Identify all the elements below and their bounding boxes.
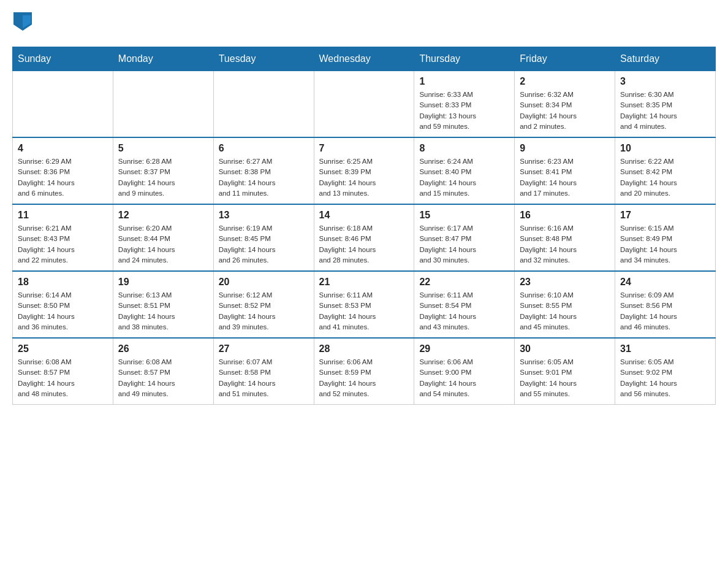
calendar-cell [314,71,414,138]
day-info: Sunrise: 6:19 AM Sunset: 8:45 PM Dayligh… [219,223,309,266]
day-number: 31 [620,343,710,354]
day-number: 5 [118,143,208,154]
day-info: Sunrise: 6:17 AM Sunset: 8:47 PM Dayligh… [419,223,509,266]
day-number: 17 [620,210,710,221]
day-number: 16 [520,210,610,221]
calendar-cell: 8Sunrise: 6:24 AM Sunset: 8:40 PM Daylig… [414,137,515,204]
calendar-cell: 28Sunrise: 6:06 AM Sunset: 8:59 PM Dayli… [314,338,414,405]
day-info: Sunrise: 6:15 AM Sunset: 8:49 PM Dayligh… [620,223,710,266]
calendar-cell: 19Sunrise: 6:13 AM Sunset: 8:51 PM Dayli… [113,271,213,338]
day-info: Sunrise: 6:24 AM Sunset: 8:40 PM Dayligh… [419,156,509,199]
calendar-cell: 7Sunrise: 6:25 AM Sunset: 8:39 PM Daylig… [314,137,414,204]
day-info: Sunrise: 6:25 AM Sunset: 8:39 PM Dayligh… [319,156,409,199]
day-number: 23 [520,277,610,288]
day-info: Sunrise: 6:11 AM Sunset: 8:54 PM Dayligh… [419,290,509,332]
calendar-week-2: 4Sunrise: 6:29 AM Sunset: 8:36 PM Daylig… [13,137,716,204]
day-number: 22 [419,277,509,288]
calendar-cell: 11Sunrise: 6:21 AM Sunset: 8:43 PM Dayli… [13,204,113,271]
calendar-cell: 15Sunrise: 6:17 AM Sunset: 8:47 PM Dayli… [414,204,515,271]
day-number: 14 [319,210,409,221]
day-number: 26 [118,343,208,354]
day-info: Sunrise: 6:18 AM Sunset: 8:46 PM Dayligh… [319,223,409,266]
calendar-week-5: 25Sunrise: 6:08 AM Sunset: 8:57 PM Dayli… [13,338,716,405]
day-info: Sunrise: 6:05 AM Sunset: 9:01 PM Dayligh… [520,357,610,399]
day-number: 7 [319,143,409,154]
weekday-header-tuesday: Tuesday [213,47,314,71]
calendar-cell: 14Sunrise: 6:18 AM Sunset: 8:46 PM Dayli… [314,204,414,271]
weekday-header-saturday: Saturday [615,47,716,71]
day-info: Sunrise: 6:20 AM Sunset: 8:44 PM Dayligh… [118,223,208,266]
calendar-week-3: 11Sunrise: 6:21 AM Sunset: 8:43 PM Dayli… [13,204,716,271]
calendar-cell: 2Sunrise: 6:32 AM Sunset: 8:34 PM Daylig… [515,71,615,138]
day-info: Sunrise: 6:05 AM Sunset: 9:02 PM Dayligh… [620,357,710,399]
calendar-cell: 25Sunrise: 6:08 AM Sunset: 8:57 PM Dayli… [13,338,113,405]
logo-text [12,12,32,34]
day-number: 9 [520,143,610,154]
day-info: Sunrise: 6:08 AM Sunset: 8:57 PM Dayligh… [18,357,108,399]
day-number: 28 [319,343,409,354]
day-info: Sunrise: 6:29 AM Sunset: 8:36 PM Dayligh… [18,156,108,199]
calendar-cell: 1Sunrise: 6:33 AM Sunset: 8:33 PM Daylig… [414,71,515,138]
day-number: 12 [118,210,208,221]
calendar-cell [213,71,314,138]
calendar-cell: 31Sunrise: 6:05 AM Sunset: 9:02 PM Dayli… [615,338,716,405]
day-number: 24 [620,277,710,288]
calendar-table: SundayMondayTuesdayWednesdayThursdayFrid… [12,47,716,405]
calendar-cell: 17Sunrise: 6:15 AM Sunset: 8:49 PM Dayli… [615,204,716,271]
day-info: Sunrise: 6:06 AM Sunset: 8:59 PM Dayligh… [319,357,409,399]
day-info: Sunrise: 6:12 AM Sunset: 8:52 PM Dayligh… [219,290,309,332]
day-info: Sunrise: 6:07 AM Sunset: 8:58 PM Dayligh… [219,357,309,399]
day-number: 19 [118,277,208,288]
day-number: 15 [419,210,509,221]
calendar-cell: 22Sunrise: 6:11 AM Sunset: 8:54 PM Dayli… [414,271,515,338]
day-info: Sunrise: 6:32 AM Sunset: 8:34 PM Dayligh… [520,90,610,132]
day-info: Sunrise: 6:08 AM Sunset: 8:57 PM Dayligh… [118,357,208,399]
calendar-cell [113,71,213,138]
day-number: 18 [18,277,108,288]
day-number: 30 [520,343,610,354]
calendar-cell: 29Sunrise: 6:06 AM Sunset: 9:00 PM Dayli… [414,338,515,405]
calendar-cell: 10Sunrise: 6:22 AM Sunset: 8:42 PM Dayli… [615,137,716,204]
day-info: Sunrise: 6:33 AM Sunset: 8:33 PM Dayligh… [419,90,509,132]
calendar-cell: 4Sunrise: 6:29 AM Sunset: 8:36 PM Daylig… [13,137,113,204]
day-info: Sunrise: 6:21 AM Sunset: 8:43 PM Dayligh… [18,223,108,266]
calendar-cell: 6Sunrise: 6:27 AM Sunset: 8:38 PM Daylig… [213,137,314,204]
day-info: Sunrise: 6:10 AM Sunset: 8:55 PM Dayligh… [520,290,610,332]
calendar-cell: 12Sunrise: 6:20 AM Sunset: 8:44 PM Dayli… [113,204,213,271]
calendar-cell: 24Sunrise: 6:09 AM Sunset: 8:56 PM Dayli… [615,271,716,338]
calendar-cell: 26Sunrise: 6:08 AM Sunset: 8:57 PM Dayli… [113,338,213,405]
day-number: 4 [18,143,108,154]
day-number: 29 [419,343,509,354]
day-number: 10 [620,143,710,154]
day-info: Sunrise: 6:22 AM Sunset: 8:42 PM Dayligh… [620,156,710,199]
calendar-cell: 13Sunrise: 6:19 AM Sunset: 8:45 PM Dayli… [213,204,314,271]
day-number: 11 [18,210,108,221]
calendar-week-4: 18Sunrise: 6:14 AM Sunset: 8:50 PM Dayli… [13,271,716,338]
calendar-cell: 16Sunrise: 6:16 AM Sunset: 8:48 PM Dayli… [515,204,615,271]
calendar-cell: 18Sunrise: 6:14 AM Sunset: 8:50 PM Dayli… [13,271,113,338]
day-number: 8 [419,143,509,154]
weekday-header-row: SundayMondayTuesdayWednesdayThursdayFrid… [13,47,716,71]
day-number: 20 [219,277,309,288]
day-info: Sunrise: 6:16 AM Sunset: 8:48 PM Dayligh… [520,223,610,266]
calendar-cell: 9Sunrise: 6:23 AM Sunset: 8:41 PM Daylig… [515,137,615,204]
calendar-cell: 20Sunrise: 6:12 AM Sunset: 8:52 PM Dayli… [213,271,314,338]
calendar-week-1: 1Sunrise: 6:33 AM Sunset: 8:33 PM Daylig… [13,71,716,138]
day-info: Sunrise: 6:23 AM Sunset: 8:41 PM Dayligh… [520,156,610,199]
day-info: Sunrise: 6:27 AM Sunset: 8:38 PM Dayligh… [219,156,309,199]
calendar-cell: 21Sunrise: 6:11 AM Sunset: 8:53 PM Dayli… [314,271,414,338]
weekday-header-thursday: Thursday [414,47,515,71]
calendar-cell: 5Sunrise: 6:28 AM Sunset: 8:37 PM Daylig… [113,137,213,204]
weekday-header-monday: Monday [113,47,213,71]
page-header [12,12,716,34]
day-info: Sunrise: 6:14 AM Sunset: 8:50 PM Dayligh… [18,290,108,332]
weekday-header-sunday: Sunday [13,47,113,71]
day-info: Sunrise: 6:28 AM Sunset: 8:37 PM Dayligh… [118,156,208,199]
calendar-cell: 30Sunrise: 6:05 AM Sunset: 9:01 PM Dayli… [515,338,615,405]
calendar-cell: 23Sunrise: 6:10 AM Sunset: 8:55 PM Dayli… [515,271,615,338]
logo [12,12,32,34]
calendar-cell: 3Sunrise: 6:30 AM Sunset: 8:35 PM Daylig… [615,71,716,138]
calendar-cell: 27Sunrise: 6:07 AM Sunset: 8:58 PM Dayli… [213,338,314,405]
day-info: Sunrise: 6:30 AM Sunset: 8:35 PM Dayligh… [620,90,710,132]
day-number: 21 [319,277,409,288]
